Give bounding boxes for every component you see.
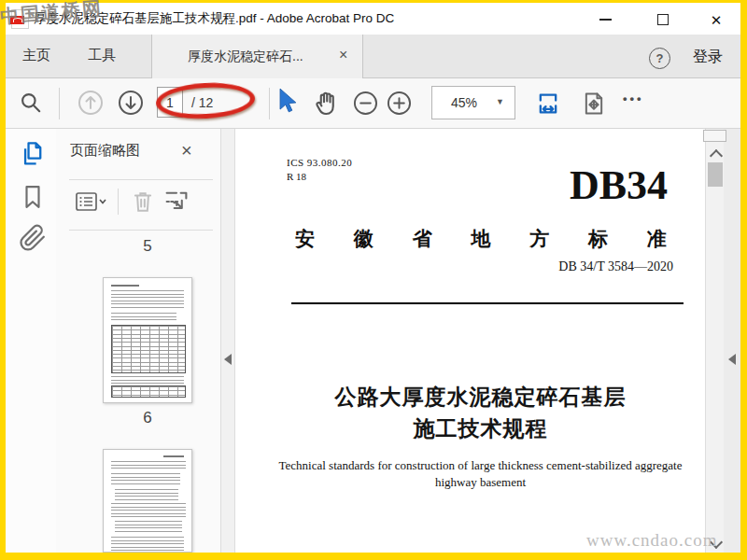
toolbar-separator [269,88,270,119]
document-title-line1: 公路大厚度水泥稳定碎石基层 [245,383,716,412]
navigation-pane-strip [6,129,56,553]
delete-pages-icon[interactable] [131,189,155,215]
thumbnail-content [111,313,176,322]
next-page-button[interactable] [118,90,144,116]
window-border-bottom [0,553,747,560]
chevron-down-icon: ▼ [496,97,504,106]
document-page: ICS 93.080.20 R 18 DB34 安徽省地方标准 DB 34/T … [235,129,705,553]
r-code: R 18 [287,171,306,182]
thumbnail-page-number: 5 [103,237,192,256]
zoom-out-button[interactable] [353,91,378,116]
tab-close-icon[interactable]: × [339,47,347,63]
previous-page-button[interactable] [78,90,104,116]
document-title-line2: 施工技术规程 [245,414,716,443]
minimize-button[interactable] [586,8,624,31]
select-tool-icon[interactable] [275,88,298,116]
fit-page-button[interactable] [581,91,607,117]
site-watermark-bottom-right: www.cndao.com [586,530,718,551]
close-icon: ✕ [711,13,723,27]
hand-tool-icon[interactable] [313,90,341,118]
close-button[interactable]: ✕ [698,8,735,31]
thumbnail-content [115,521,182,534]
thumbnail-content [111,285,139,287]
thumbnail-content [111,290,184,310]
document-scrollbar-thumb[interactable] [708,162,723,187]
window-border-top [0,0,747,3]
zoom-in-button[interactable] [387,91,412,116]
open-tools-pane-icon[interactable] [728,354,736,365]
maximize-button[interactable] [644,8,682,31]
thumbnail-content [163,455,184,457]
toolbar-separator [59,88,60,119]
panel-title: 页面缩略图 [70,142,140,160]
minimize-icon [599,19,612,21]
rule-line [291,302,684,304]
document-scrollbar[interactable] [705,129,724,553]
sign-in-button[interactable]: 登录 [693,48,723,67]
thumbnail-content [115,489,178,500]
panel-divider [69,179,213,180]
help-icon: ? [656,51,664,65]
reduce-thumbnails-icon[interactable] [162,189,190,215]
zoom-level-dropdown[interactable]: 45% ▼ [431,86,515,119]
maximize-icon [657,14,669,25]
panel-toolbar-separator [118,189,119,215]
document-tab-label: 厚度水泥稳定碎石... [188,49,303,65]
main-toolbar: / 12 45% ▼ [6,78,740,129]
tab-tools[interactable]: 工具 [88,47,116,67]
ics-code: ICS 93.080.20 [287,157,352,168]
window-border-left [0,0,6,560]
thumbnail-content [111,473,180,486]
right-pane-strip [724,129,740,553]
page-6-thumbnail[interactable] [103,449,192,553]
attachments-icon[interactable] [19,224,47,252]
standard-category: 安徽省地方标准 [295,226,706,252]
document-subtitle-en-line2: highway basement [245,475,716,490]
more-tools-button[interactable]: ••• [623,91,644,105]
panel-close-icon[interactable]: × [181,140,192,161]
page-thumbnails-icon[interactable] [19,140,45,168]
scroll-up-icon[interactable] [710,149,723,162]
panel-divider [69,230,213,231]
standard-logo: DB34 [467,164,668,207]
document-tab[interactable]: 厚度水泥稳定碎石... × [151,35,363,78]
acrobat-window: 厚度水泥稳定碎石基层施工技术规程.pdf - Adobe Acrobat Pro… [0,0,747,560]
thumbnail-content [111,503,186,518]
thumbnails-panel: 页面缩略图 × 5 [56,129,220,553]
tab-home[interactable]: 主页 [22,47,50,67]
thumbnail-content [111,461,186,470]
bookmarks-icon[interactable] [21,183,45,211]
scrollbar-top-box [703,130,726,142]
thumbnail-content [111,376,184,384]
thumbnail-table [111,325,186,373]
search-icon[interactable] [19,91,43,115]
panel-splitter[interactable] [220,129,235,553]
tab-bar [6,35,740,78]
thumbnail-options-button[interactable] [75,189,106,215]
document-subtitle-en-line1: Technical standards for construction of … [245,458,716,473]
thumbnail-content [111,537,184,553]
collapse-panel-icon[interactable] [224,354,232,365]
window-border-right [740,0,747,560]
thumbnail-page-number: 6 [103,409,192,427]
zoom-level-value: 45% [451,95,477,110]
help-button[interactable]: ? [649,48,670,69]
thumbnail-table [111,385,186,398]
page-5-thumbnail[interactable] [103,277,192,403]
fit-width-button[interactable] [535,91,561,117]
title-bar: 厚度水泥稳定碎石基层施工技术规程.pdf - Adobe Acrobat Pro… [6,3,740,35]
standard-number: DB 34/T 3584—2020 [467,259,673,274]
